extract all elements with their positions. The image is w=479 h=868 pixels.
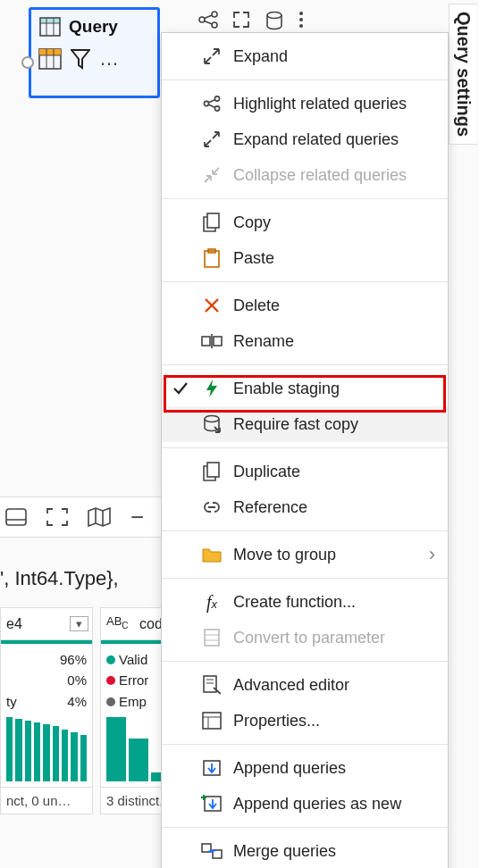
fit-screen-icon[interactable] [46, 508, 68, 526]
menu-enable-staging[interactable]: Enable staging [162, 371, 448, 406]
expand-out-icon [201, 130, 223, 148]
svg-point-32 [205, 416, 219, 422]
svg-rect-34 [205, 630, 219, 646]
menu-duplicate[interactable]: Duplicate [162, 454, 448, 489]
parameter-icon [201, 628, 223, 647]
menu-properties[interactable]: Properties... [162, 703, 448, 739]
fast-copy-icon [201, 414, 223, 434]
menu-expand-related[interactable]: Expand related queries [162, 121, 448, 157]
svg-rect-1 [40, 18, 60, 23]
expand-icon[interactable] [232, 11, 250, 30]
diagram-view-icon[interactable] [5, 507, 27, 527]
more-icon[interactable]: … [99, 47, 117, 71]
copy-icon [201, 213, 223, 232]
svg-rect-24 [207, 213, 219, 228]
svg-line-13 [205, 15, 213, 19]
merge-icon [201, 842, 223, 860]
svg-point-19 [204, 101, 208, 105]
duplicate-icon [201, 462, 223, 481]
formula-bar-fragment: ', Int64.Type}, [0, 567, 119, 590]
chevron-right-icon: › [429, 543, 435, 566]
query-node-title: Query [69, 17, 118, 37]
svg-rect-29 [202, 337, 210, 346]
menu-append-queries[interactable]: Append queries [162, 750, 448, 786]
svg-point-16 [299, 12, 303, 15]
query-node[interactable]: Query … [29, 7, 160, 98]
folder-icon [201, 547, 223, 563]
menu-merge-queries[interactable]: Merge queries [162, 833, 448, 868]
menu-require-fast-copy[interactable]: Require fast copy [162, 406, 448, 442]
svg-rect-6 [39, 49, 61, 55]
svg-line-22 [208, 100, 215, 104]
paste-icon [201, 248, 223, 268]
connector-dot[interactable] [21, 56, 34, 69]
zoom-out-icon[interactable]: − [130, 504, 144, 531]
menu-expand[interactable]: Expand [162, 38, 448, 74]
expand-arrows-icon [201, 47, 223, 65]
delete-icon [201, 297, 223, 313]
properties-icon [201, 712, 223, 730]
svg-point-10 [199, 17, 205, 22]
database-icon[interactable] [265, 11, 284, 30]
context-menu: Expand Highlight related queries Expand … [161, 32, 449, 868]
svg-point-18 [299, 24, 303, 28]
menu-rename[interactable]: Rename [162, 323, 448, 359]
lightning-icon [201, 379, 223, 398]
svg-point-21 [214, 106, 219, 111]
share-icon [201, 96, 223, 112]
source-table-icon [38, 47, 62, 71]
editor-icon [201, 675, 223, 695]
svg-line-23 [208, 104, 215, 108]
preview-column: e4▾ 96% 0% ty4% nct, 0 un… [0, 607, 93, 814]
svg-rect-40 [203, 713, 221, 729]
svg-point-20 [214, 96, 219, 101]
bottom-toolbar: − [0, 497, 179, 538]
menu-reference[interactable]: Reference [162, 489, 448, 525]
query-settings-tab[interactable]: Query settings [449, 4, 477, 145]
column-dropdown-icon[interactable]: ▾ [70, 616, 88, 631]
svg-point-12 [212, 22, 217, 28]
rename-icon [201, 333, 223, 349]
svg-rect-33 [207, 463, 219, 477]
svg-line-14 [205, 21, 213, 25]
checkmark-icon [171, 381, 190, 396]
svg-point-11 [212, 12, 217, 17]
node-action-icons [198, 11, 304, 30]
append-icon [201, 758, 223, 778]
column-footer: nct, 0 un… [1, 787, 92, 814]
svg-point-15 [267, 13, 282, 19]
function-icon: fx [201, 592, 223, 613]
map-icon[interactable] [88, 507, 111, 527]
menu-highlight-related[interactable]: Highlight related queries [162, 86, 448, 121]
append-new-icon [201, 794, 223, 814]
collapse-in-icon [201, 166, 223, 184]
menu-advanced-editor[interactable]: Advanced editor [162, 667, 448, 703]
menu-collapse-related: Collapse related queries [162, 157, 448, 193]
kebab-icon[interactable] [298, 11, 304, 30]
svg-point-17 [299, 18, 303, 21]
menu-delete[interactable]: Delete [162, 288, 448, 323]
svg-rect-37 [204, 676, 216, 692]
reference-icon [201, 500, 223, 514]
filter-icon [69, 47, 92, 71]
column-name: e4 [6, 616, 22, 632]
menu-copy[interactable]: Copy [162, 204, 448, 240]
menu-move-to-group[interactable]: Move to group › [162, 537, 448, 572]
table-icon [38, 15, 62, 38]
menu-paste[interactable]: Paste [162, 240, 448, 276]
share-icon[interactable] [198, 11, 218, 30]
svg-rect-30 [214, 337, 222, 346]
menu-convert-to-parameter: Convert to parameter [162, 620, 448, 655]
menu-create-function[interactable]: fx Create function... [162, 584, 448, 620]
menu-append-queries-new[interactable]: Append queries as new [162, 786, 448, 822]
